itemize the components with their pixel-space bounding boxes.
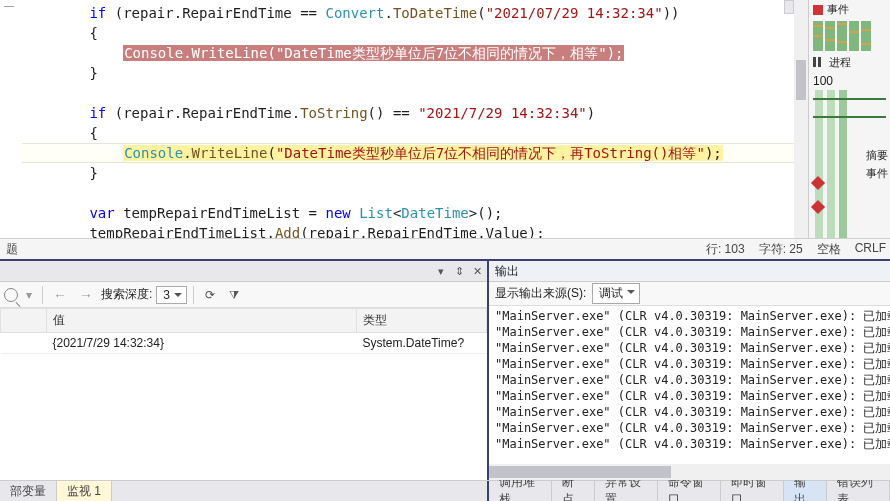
- output-line: "MainServer.exe" (CLR v4.0.30319: MainSe…: [495, 436, 890, 452]
- output-line: "MainServer.exe" (CLR v4.0.30319: MainSe…: [495, 404, 890, 420]
- code-editor[interactable]: if (repair.RepairEndTime == Convert.ToDa…: [0, 0, 808, 259]
- code-lines: if (repair.RepairEndTime == Convert.ToDa…: [22, 0, 794, 259]
- output-title: 输出: [495, 263, 519, 280]
- search-icon[interactable]: [4, 288, 18, 302]
- output-line: "MainServer.exe" (CLR v4.0.30319: MainSe…: [495, 324, 890, 340]
- output-line: "MainServer.exe" (CLR v4.0.30319: MainSe…: [495, 340, 890, 356]
- pause-icon[interactable]: [813, 57, 825, 69]
- output-panel: 输出 显示输出来源(S): 调试 "MainServer.exe" (CLR v…: [489, 261, 890, 480]
- diag-summary-label: 摘要: [866, 146, 888, 164]
- table-row[interactable]: {2021/7/29 14:32:34} System.DateTime?: [1, 333, 487, 354]
- tab-命令窗口[interactable]: 命令窗口: [658, 481, 721, 501]
- diag-number: 100: [813, 74, 833, 88]
- output-src-label: 显示输出来源(S):: [495, 285, 586, 302]
- watch-panel: ▾ ⇕ ✕ ▾ ← → 搜索深度: 3 ⟳ ⧩: [0, 261, 489, 480]
- status-ins: 空格: [817, 241, 841, 258]
- tabs-right: 调用堆栈断点异常设置命令窗口即时窗口输出错误列表: [489, 481, 890, 501]
- tab-输出[interactable]: 输出: [784, 481, 826, 501]
- editor-statusbar: 题 行: 103 字符: 25 空格 CRLF: [0, 238, 890, 259]
- depth-label: 搜索深度:: [101, 286, 152, 303]
- output-line: "MainServer.exe" (CLR v4.0.30319: MainSe…: [495, 420, 890, 436]
- gutter: [0, 0, 22, 259]
- editor-vscroll[interactable]: [794, 0, 808, 259]
- tab-断点[interactable]: 断点: [552, 481, 594, 501]
- tool-icon[interactable]: ⟳: [200, 285, 220, 305]
- diag-proc-label: 进程: [829, 55, 851, 70]
- diag-events-label: 事件: [827, 2, 849, 17]
- col-value[interactable]: 值: [47, 309, 357, 333]
- tabs-left: 部变量监视 1: [0, 481, 489, 501]
- output-line: "MainServer.exe" (CLR v4.0.30319: MainSe…: [495, 308, 890, 324]
- close-icon[interactable]: ✕: [469, 263, 485, 279]
- tab-异常设置[interactable]: 异常设置: [595, 481, 658, 501]
- window-menu-icon[interactable]: ▾: [433, 263, 449, 279]
- output-src-combo[interactable]: 调试: [592, 283, 640, 304]
- output-line: "MainServer.exe" (CLR v4.0.30319: MainSe…: [495, 372, 890, 388]
- diagnostics-panel: 事件 进程 100 摘要 事件: [808, 0, 890, 259]
- tab-监视 1[interactable]: 监视 1: [57, 481, 112, 501]
- status-col: 字符: 25: [759, 241, 803, 258]
- status-crlf: CRLF: [855, 241, 886, 258]
- output-hscroll[interactable]: ◄►: [489, 464, 890, 480]
- tab-调用堆栈[interactable]: 调用堆栈: [489, 481, 552, 501]
- filter-icon[interactable]: ⧩: [224, 285, 244, 305]
- output-line: "MainServer.exe" (CLR v4.0.30319: MainSe…: [495, 356, 890, 372]
- nav-back-icon[interactable]: ←: [49, 287, 71, 303]
- status-title: 题: [0, 241, 24, 258]
- tab-错误列表[interactable]: 错误列表: [827, 481, 890, 501]
- col-type[interactable]: 类型: [357, 309, 487, 333]
- pin-icon[interactable]: ⇕: [451, 263, 467, 279]
- output-line: "MainServer.exe" (CLR v4.0.30319: MainSe…: [495, 388, 890, 404]
- watch-table[interactable]: 值 类型 {2021/7/29 14:32:34} System.DateTim…: [0, 308, 487, 354]
- output-body[interactable]: "MainServer.exe" (CLR v4.0.30319: MainSe…: [489, 306, 890, 464]
- watch-titlebar: ▾ ⇕ ✕: [0, 261, 487, 282]
- status-line: 行: 103: [706, 241, 745, 258]
- diag-evt2-label: 事件: [866, 164, 888, 182]
- depth-combo[interactable]: 3: [156, 286, 187, 304]
- diag-error-icon: [813, 5, 823, 15]
- col-name[interactable]: [1, 309, 47, 333]
- nav-fwd-icon[interactable]: →: [75, 287, 97, 303]
- tab-即时窗口[interactable]: 即时窗口: [721, 481, 784, 501]
- tab-部变量[interactable]: 部变量: [0, 481, 57, 501]
